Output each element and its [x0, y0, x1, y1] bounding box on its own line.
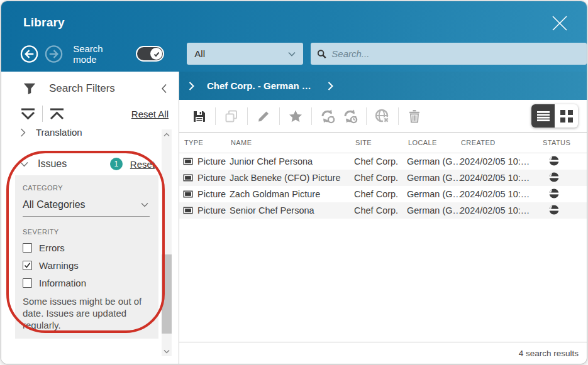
collapse-all-filters-icon[interactable] — [49, 107, 65, 121]
publication-status-icon — [549, 205, 559, 215]
locale-cell: German (G… — [407, 189, 460, 199]
status-cell — [541, 172, 587, 184]
breadcrumb: Chef Corp. - German … — [179, 72, 587, 100]
issues-count-badge: 1 — [110, 158, 123, 170]
site-cell: Chef Corp. — [354, 205, 407, 215]
search-field-wrapper — [311, 43, 587, 65]
breadcrumb-folder-label[interactable]: Chef Corp. - German … — [207, 80, 311, 91]
picture-type-icon — [183, 190, 193, 198]
publication-status-icon — [549, 172, 559, 182]
expand-all-filters-icon[interactable] — [20, 107, 36, 121]
table-row[interactable]: Picture Junior Chef Persona Chef Corp. G… — [179, 153, 587, 170]
table-row[interactable]: Picture Senior Chef Persona Chef Corp. G… — [179, 202, 587, 219]
back-button[interactable] — [20, 45, 38, 63]
content-type-dropdown[interactable]: All — [187, 43, 303, 65]
chevron-down-icon — [20, 161, 28, 167]
type-cell: Picture — [197, 156, 226, 166]
scroll-down-arrow-icon[interactable] — [162, 346, 172, 356]
results-area: Chef Corp. - German … — [179, 72, 587, 364]
dialog-header: Library Search mode All — [1, 1, 587, 72]
filter-group-orphaned-catalog-items[interactable]: Orphaned Catalog Items — [1, 349, 179, 353]
column-header-locale[interactable]: LOCALE — [407, 139, 460, 146]
search-icon — [317, 49, 326, 59]
severity-errors-row[interactable]: Errors — [23, 242, 150, 253]
checkbox-label: Information — [39, 278, 86, 288]
severity-information-row[interactable]: Information — [23, 278, 150, 288]
filter-group-label: Translation — [36, 128, 82, 138]
status-cell — [541, 205, 587, 217]
table-header: TYPE NAME SITE LOCALE CREATED STATUS — [179, 133, 587, 153]
column-header-created[interactable]: CREATED — [460, 139, 541, 146]
copy-button[interactable] — [223, 108, 240, 124]
divider — [42, 106, 43, 122]
filters-panel-title: Search Filters — [49, 82, 161, 95]
grid-view-icon — [560, 110, 573, 123]
severity-caption: SEVERITY — [23, 228, 150, 236]
bookmark-star-button[interactable] — [287, 108, 304, 124]
name-cell: Jack Beneke (CFO) Picture — [230, 173, 354, 183]
filter-funnel-icon — [23, 82, 36, 95]
sidebar-scrollbar[interactable] — [162, 129, 172, 356]
translation-workflow-sync-button[interactable] — [342, 108, 358, 124]
column-header-status[interactable]: STATUS — [541, 139, 587, 146]
breadcrumb-chevron-icon[interactable] — [328, 82, 333, 90]
column-header-type[interactable]: TYPE — [183, 139, 230, 146]
issues-reset-link[interactable]: Reset — [130, 159, 155, 170]
table-row[interactable]: Picture Zach Goldman Picture Chef Corp. … — [179, 186, 587, 202]
issues-filter-body: CATEGORY All Categories SEVERITY Errors — [15, 175, 158, 339]
search-mode-toggle[interactable] — [136, 46, 165, 62]
column-header-site[interactable]: SITE — [354, 139, 407, 146]
filter-group-translation[interactable]: Translation — [1, 128, 179, 140]
filter-group-issues-header[interactable]: Issues 1 Reset — [1, 150, 179, 175]
filter-group-label: Issues — [38, 158, 67, 170]
dialog-title: Library — [23, 16, 65, 30]
toggle-knob-check-icon — [150, 48, 162, 60]
view-mode-toggle — [531, 104, 578, 128]
checkbox-checked[interactable] — [23, 261, 32, 270]
category-caption: CATEGORY — [23, 184, 150, 192]
scrollbar-thumb[interactable] — [162, 254, 172, 334]
start-workflow-sync-button[interactable] — [319, 108, 336, 124]
type-cell: Picture — [197, 189, 226, 199]
name-cell: Zach Goldman Picture — [230, 189, 354, 199]
chevron-down-icon — [141, 202, 148, 207]
grid-view-button[interactable] — [555, 104, 578, 128]
category-value: All Categories — [23, 199, 86, 210]
publication-status-icon — [549, 156, 559, 166]
filters-scroll-area: Translation Issues 1 Reset CATEGORY All … — [1, 128, 179, 353]
withdraw-globe-button[interactable] — [374, 108, 391, 124]
site-cell: Chef Corp. — [354, 156, 407, 166]
delete-trash-button[interactable] — [406, 108, 423, 124]
locale-cell: German (G… — [407, 156, 460, 166]
created-cell: 2024/02/05 10:… — [460, 156, 541, 166]
status-cell — [541, 188, 587, 200]
library-dialog: Library Search mode All — [1, 1, 587, 364]
list-view-icon — [536, 111, 550, 122]
site-cell: Chef Corp. — [354, 189, 407, 199]
collapse-panel-chevron-left-icon[interactable] — [161, 84, 167, 94]
save-button[interactable] — [191, 108, 208, 124]
type-cell: Picture — [197, 205, 226, 215]
search-input[interactable] — [331, 48, 580, 59]
status-cell — [541, 156, 587, 168]
breadcrumb-chevron-icon[interactable] — [189, 82, 194, 90]
checkbox-label: Errors — [39, 242, 65, 253]
severity-warnings-row[interactable]: Warnings — [23, 260, 150, 271]
scroll-up-arrow-icon[interactable] — [162, 129, 172, 139]
column-header-name[interactable]: NAME — [230, 139, 354, 146]
name-cell: Junior Chef Persona — [230, 156, 354, 166]
locale-cell: German (G… — [407, 173, 460, 183]
edit-pencil-button[interactable] — [255, 108, 272, 124]
category-dropdown[interactable]: All Categories — [23, 192, 150, 217]
list-view-button[interactable] — [531, 104, 555, 128]
close-icon[interactable] — [549, 13, 570, 34]
table-row[interactable]: Picture Jack Beneke (CFO) Picture Chef C… — [179, 170, 587, 186]
checkbox-unchecked[interactable] — [23, 278, 32, 288]
reset-all-link[interactable]: Reset All — [131, 109, 169, 119]
picture-type-icon — [183, 207, 193, 214]
locale-cell: German (G… — [407, 205, 460, 215]
created-cell: 2024/02/05 10:… — [460, 189, 541, 199]
search-mode-label: Search mode — [73, 43, 127, 65]
checkbox-unchecked[interactable] — [23, 243, 32, 253]
forward-button[interactable] — [45, 45, 63, 63]
